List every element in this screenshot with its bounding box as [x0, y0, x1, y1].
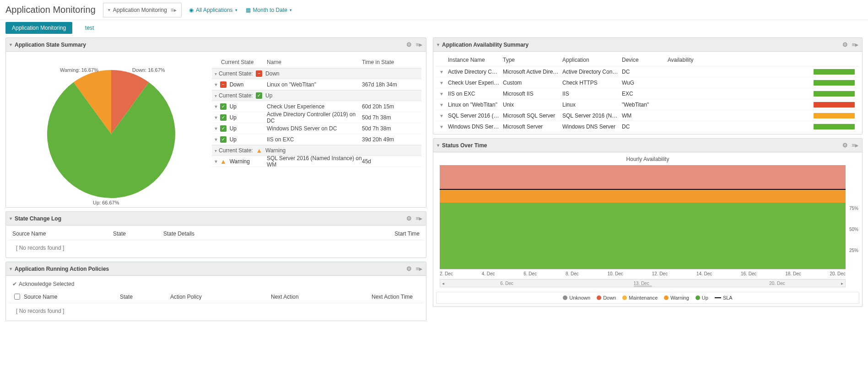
acknowledge-label: Acknowledge Selected	[19, 281, 74, 287]
tab-test[interactable]: test	[79, 22, 100, 34]
collapse-icon[interactable]: ▾	[10, 266, 12, 271]
legend-up: Up	[695, 295, 708, 301]
table-row[interactable]: ▾▲ WarningSQL Server 2016 (Named Instanc…	[212, 156, 421, 167]
table-row[interactable]: ▾Windows DNS Server ...Microsoft ServerW…	[436, 121, 859, 132]
table-header: Instance Name Type Application Device Av…	[436, 54, 859, 66]
col-state-details: State Details	[163, 231, 369, 237]
row-state: Up	[230, 136, 237, 143]
state-group-header[interactable]: ▾Current State: − Down	[212, 68, 421, 79]
menu-icon[interactable]: ≡▸	[852, 41, 858, 48]
nav-handle[interactable]	[634, 285, 652, 287]
filter-icon[interactable]: ▾	[438, 80, 448, 86]
up-icon: ✓	[256, 92, 262, 99]
panel-header: ▾ Status Over Time ⚙ ≡▸	[433, 139, 862, 152]
table-row[interactable]: ▾✓ UpCheck User Experience60d 20h 15m	[212, 101, 421, 112]
state-group-header[interactable]: ▾Current State: ✓ Up	[212, 90, 421, 101]
panel-header: ▾ Application Running Action Policies ⚙ …	[6, 262, 426, 276]
group-state: Warning	[265, 147, 286, 154]
nav-left-icon[interactable]: ◂	[442, 281, 444, 286]
state-table: Current State Name Time in State ▾Curren…	[212, 56, 421, 203]
filter-icon[interactable]: ▾	[438, 69, 448, 75]
filter-icon[interactable]: ▾	[438, 102, 448, 108]
acknowledge-selected[interactable]: ✔ Acknowledge Selected	[9, 278, 423, 290]
group-state: Down	[265, 70, 280, 77]
state-group-header[interactable]: ▾Current State: ▲ Warning	[212, 145, 421, 156]
menu-icon[interactable]: ≡▸	[415, 265, 422, 272]
col-instance-name: Instance Name	[448, 57, 503, 63]
panel-title: Application Availability Summary	[442, 42, 528, 48]
row-state: Up	[230, 103, 237, 110]
menu-icon[interactable]: ≡▸	[415, 215, 422, 222]
filter-icon[interactable]: ▾	[215, 81, 217, 88]
warning-icon: ▲	[220, 158, 226, 165]
table-header: Current State Name Time in State	[212, 56, 421, 68]
legend-sla: SLA	[715, 295, 733, 301]
table-row[interactable]: ▾✓ UpActive Directory Controller (2019) …	[212, 112, 421, 123]
table-row[interactable]: ▾− DownLinux on "WebTitan"367d 18h 34m	[212, 79, 421, 90]
chart-navigator[interactable]: ◂6. Dec13. Dec20. Dec▸	[440, 279, 846, 287]
table-row[interactable]: ▾✓ UpIIS on EXC39d 20h 49m	[212, 134, 421, 145]
gear-icon[interactable]: ⚙	[406, 41, 412, 48]
chevron-down-icon: ▾	[215, 93, 217, 98]
filter-icon[interactable]: ▾	[215, 114, 217, 121]
breadcrumb-dropdown[interactable]: ▾ Application Monitoring ≡▸	[103, 3, 182, 17]
col-start-time: Start Time	[369, 231, 420, 237]
cell-type: Unix	[503, 102, 562, 108]
col-state: State	[113, 231, 163, 237]
row-state: Up	[230, 125, 237, 132]
filter-icon[interactable]: ▾	[215, 125, 217, 132]
select-all-checkbox[interactable]	[14, 294, 20, 300]
caret-down-icon: ▾	[235, 8, 237, 12]
cell-type: Microsoft SQL Server	[503, 113, 562, 119]
table-row[interactable]: ▾Active Directory Contr...Microsoft Acti…	[436, 66, 859, 77]
panel-title: Status Over Time	[442, 142, 487, 149]
group-label: Current State:	[219, 147, 253, 154]
filter-icon[interactable]: ▾	[438, 113, 448, 119]
sla-line	[440, 189, 846, 190]
y-axis: 75% 50% 25%	[849, 165, 858, 269]
no-records: [ No records found ]	[9, 303, 423, 319]
gear-icon[interactable]: ⚙	[842, 142, 848, 149]
col-name: Name	[267, 59, 362, 65]
timerange-filter[interactable]: ▦ Month to Date ▾	[246, 7, 292, 13]
menu-icon[interactable]: ≡▸	[415, 41, 422, 48]
filter-icon[interactable]: ▾	[438, 91, 448, 97]
table-row[interactable]: ▾Linux on "WebTitan"UnixLinux"WebTitan"	[436, 99, 859, 110]
menu-icon: ≡▸	[171, 7, 177, 13]
cell-application: Check HTTPS	[562, 80, 622, 86]
panel-state-summary: ▾ Application State Summary ⚙ ≡▸	[5, 38, 426, 208]
table-row[interactable]: ▾✓ UpWindows DNS Server on DC50d 7h 38m	[212, 123, 421, 134]
applications-filter[interactable]: ◉ All Applications ▾	[189, 7, 237, 13]
row-name: IIS on EXC	[267, 136, 362, 143]
pie-label-warning: Warning: 16.67%	[60, 67, 98, 73]
filter-icon[interactable]: ▾	[215, 103, 217, 110]
row-name: Check User Experience	[267, 103, 362, 110]
xtick: 6. Dec	[523, 271, 537, 276]
filter-icon[interactable]: ▾	[215, 158, 217, 165]
collapse-icon[interactable]: ▾	[10, 42, 12, 47]
xtick: 12. Dec	[652, 271, 668, 276]
cell-device: DC	[622, 69, 668, 75]
menu-icon[interactable]: ≡▸	[852, 142, 858, 149]
row-time: 367d 18h 34m	[362, 81, 421, 88]
col-next-action: Next Action	[271, 294, 372, 300]
check-icon: ✔	[12, 281, 17, 287]
pie-label-down: Down: 16.67%	[132, 67, 165, 73]
filter-icon[interactable]: ▾	[438, 123, 448, 130]
table-row[interactable]: ▾SQL Server 2016 (Na...Microsoft SQL Ser…	[436, 110, 859, 121]
availability-chart[interactable]: 75% 50% 25%	[440, 165, 846, 269]
nav-right-icon[interactable]: ▸	[841, 281, 843, 286]
gear-icon[interactable]: ⚙	[842, 41, 848, 48]
collapse-icon[interactable]: ▾	[437, 143, 439, 148]
collapse-icon[interactable]: ▾	[437, 42, 439, 47]
gear-icon[interactable]: ⚙	[406, 265, 412, 272]
gear-icon[interactable]: ⚙	[406, 215, 412, 222]
table-row[interactable]: ▾IIS on EXCMicrosoft IISIISEXC	[436, 88, 859, 99]
table-row[interactable]: ▾Check User ExperienceCustomCheck HTTPSW…	[436, 77, 859, 88]
tab-application-monitoring[interactable]: Application Monitoring	[5, 22, 72, 34]
filter-icon[interactable]: ▾	[215, 136, 217, 143]
tabs: Application Monitoring test	[0, 20, 868, 34]
collapse-icon[interactable]: ▾	[10, 216, 12, 221]
no-records: [ No records found ]	[9, 240, 423, 256]
row-name: Active Directory Controller (2019) on DC	[267, 111, 362, 124]
